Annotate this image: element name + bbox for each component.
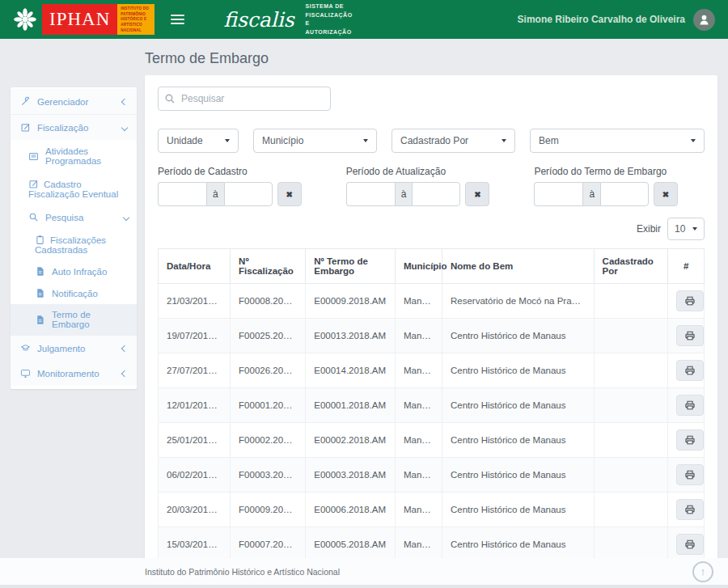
unidade-select-value: Unidade xyxy=(167,135,218,146)
edit-icon xyxy=(28,179,39,189)
sidebar-item-fiscalizacoes-cadastradas[interactable]: Fiscalizações Cadastradas xyxy=(11,229,137,260)
sidebar-item-label: Julgamento xyxy=(37,344,85,353)
printer-icon xyxy=(684,400,696,411)
results-table: Data/HoraNº FiscalizaçãoNº Termo de Emba… xyxy=(158,248,705,588)
page-size-select[interactable]: 10 xyxy=(667,218,705,240)
cadastrado-por-select[interactable]: Cadastrado Por xyxy=(392,129,515,153)
periodo-termo-clear-button[interactable]: ✖ xyxy=(654,182,678,206)
cell-num-fiscalizacao: F00002.2018.AM xyxy=(231,423,306,458)
cell-actions xyxy=(668,388,705,423)
column-header: Município xyxy=(395,249,442,284)
sidebar-item-notificacao[interactable]: Notificação xyxy=(11,282,137,304)
print-button[interactable] xyxy=(676,325,704,346)
periodo-termo-to-input[interactable] xyxy=(600,182,649,206)
sidebar-item-gerenciador[interactable]: Gerenciador xyxy=(11,89,137,114)
sidebar-item-label: Atividades Programadas xyxy=(45,146,129,166)
sidebar: Gerenciador Fiscalização Atividades Prog… xyxy=(11,87,137,389)
cell-num-termo-embargo: E00005.2018.AM xyxy=(306,527,396,562)
app-header: IPHAN Instituto do Patrimônio Histórico … xyxy=(0,0,728,39)
app-subtitle: SISTEMA DE FISCALIZAÇÃO E AUTORIZAÇÃO xyxy=(306,2,358,36)
sidebar-item-termo-de-embargo[interactable]: Termo de Embargo xyxy=(11,304,137,335)
unidade-select[interactable]: Unidade xyxy=(158,129,239,153)
printer-icon xyxy=(684,365,696,376)
print-button[interactable] xyxy=(676,534,704,555)
print-button[interactable] xyxy=(676,429,704,451)
cell-cadastrado-por xyxy=(594,319,668,353)
cell-actions xyxy=(668,423,705,458)
user-menu[interactable]: Simone Ribeiro Carvalho de Oliveira xyxy=(518,9,715,31)
menu-toggle-button[interactable] xyxy=(171,15,184,24)
periodo-atualizacao-from-input[interactable] xyxy=(346,182,395,206)
sidebar-item-label: Termo de Embargo xyxy=(52,310,129,329)
sidebar-item-label: Pesquisa xyxy=(45,213,83,222)
user-name: Simone Ribeiro Carvalho de Oliveira xyxy=(518,14,685,25)
sidebar-item-label: Fiscalizações Cadastradas xyxy=(35,235,106,255)
sidebar-item-auto-infracao[interactable]: Auto Infração xyxy=(11,260,137,282)
periodo-cadastro-group: Período de Cadastro à ✖ xyxy=(158,166,302,206)
caret-down-icon xyxy=(692,227,697,231)
cell-data-hora: 12/01/2018 10:00 xyxy=(159,388,231,423)
chevron-left-icon xyxy=(121,370,128,376)
sidebar-item-pesquisa[interactable]: Pesquisa xyxy=(11,205,137,229)
cell-nome-do-bem: Centro Histórico de Manaus xyxy=(442,493,594,527)
periodo-cadastro-clear-button[interactable]: ✖ xyxy=(277,182,302,206)
caret-down-icon xyxy=(502,139,506,142)
cell-data-hora: 27/07/2018 02:00 xyxy=(159,353,231,388)
cell-num-termo-embargo: E00003.2018.AM xyxy=(306,458,396,493)
cell-data-hora: 19/07/2018 10:15 xyxy=(159,319,231,353)
bem-select-value: Bem xyxy=(539,135,684,146)
periodo-cadastro-to-input[interactable] xyxy=(224,182,273,206)
municipio-select[interactable]: Município xyxy=(253,129,377,153)
scroll-to-top-button[interactable]: ↑ xyxy=(692,561,713,582)
cell-actions xyxy=(668,527,705,562)
periodo-atualizacao-to-input[interactable] xyxy=(412,182,460,206)
card-list-icon xyxy=(28,151,39,162)
app-name: fiscalis xyxy=(223,8,294,32)
column-header: Nº Fiscalização xyxy=(231,249,306,284)
cell-actions xyxy=(668,458,705,493)
print-button[interactable] xyxy=(676,464,704,485)
bem-select[interactable]: Bem xyxy=(530,129,705,153)
periodo-atualizacao-clear-button[interactable]: ✖ xyxy=(465,182,489,206)
cell-data-hora: 21/03/2018 08:57 xyxy=(159,284,231,319)
printer-icon xyxy=(684,330,696,341)
sidebar-item-julgamento[interactable]: Julgamento xyxy=(11,336,137,361)
periodo-cadastro-label: Período de Cadastro xyxy=(158,166,302,177)
search-icon xyxy=(164,93,176,104)
monitor-icon xyxy=(20,368,31,379)
cell-actions xyxy=(668,493,705,527)
sidebar-item-fiscalizacao[interactable]: Fiscalização xyxy=(11,115,137,140)
column-header: Data/Hora xyxy=(159,249,231,284)
cell-data-hora: 20/03/2018 10:00 xyxy=(159,493,231,527)
periodo-cadastro-from-input[interactable] xyxy=(158,182,206,206)
user-avatar-icon[interactable] xyxy=(693,9,715,31)
range-separator: à xyxy=(582,182,600,206)
cell-num-termo-embargo: E00002.2018.AM xyxy=(306,423,396,458)
sidebar-item-atividades-programadas[interactable]: Atividades Programadas xyxy=(11,140,137,172)
table-row: 19/07/2018 10:15 F00025.2018.AM E00013.2… xyxy=(159,319,705,353)
search-box xyxy=(158,87,331,111)
print-button[interactable] xyxy=(676,499,704,520)
cell-municipio: Manaus xyxy=(395,319,442,353)
cell-municipio: Manaus xyxy=(395,284,442,319)
cell-nome-do-bem: Centro Histórico de Manaus xyxy=(442,527,594,562)
cell-num-fiscalizacao: F00025.2018.AM xyxy=(231,319,306,353)
search-icon xyxy=(28,212,39,222)
table-row: 15/03/2018 02:00 F00007.2018.AM E00005.2… xyxy=(159,527,705,562)
table-row: 27/07/2018 02:00 F00026.2018.AM E00014.2… xyxy=(159,353,705,388)
sidebar-item-cadastro-fiscalizacao-eventual[interactable]: Cadastro Fiscalização Eventual xyxy=(11,172,137,205)
search-input[interactable] xyxy=(158,87,331,111)
print-button[interactable] xyxy=(676,360,704,381)
cell-num-termo-embargo: E00001.2018.AM xyxy=(306,388,396,423)
chevron-left-icon xyxy=(121,98,128,104)
cell-municipio: Manaus xyxy=(395,458,442,493)
cell-nome-do-bem: Centro Histórico de Manaus xyxy=(442,319,594,353)
print-button[interactable] xyxy=(676,290,704,311)
period-filters: Período de Cadastro à ✖ Período de Atual… xyxy=(158,166,705,206)
sidebar-item-monitoramento[interactable]: Monitoramento xyxy=(11,361,137,386)
print-button[interactable] xyxy=(676,395,704,416)
printer-icon xyxy=(684,295,696,307)
cell-municipio: Manaus xyxy=(395,493,442,527)
cell-nome-do-bem: Centro Histórico de Manaus xyxy=(442,353,594,388)
periodo-termo-from-input[interactable] xyxy=(534,182,582,206)
